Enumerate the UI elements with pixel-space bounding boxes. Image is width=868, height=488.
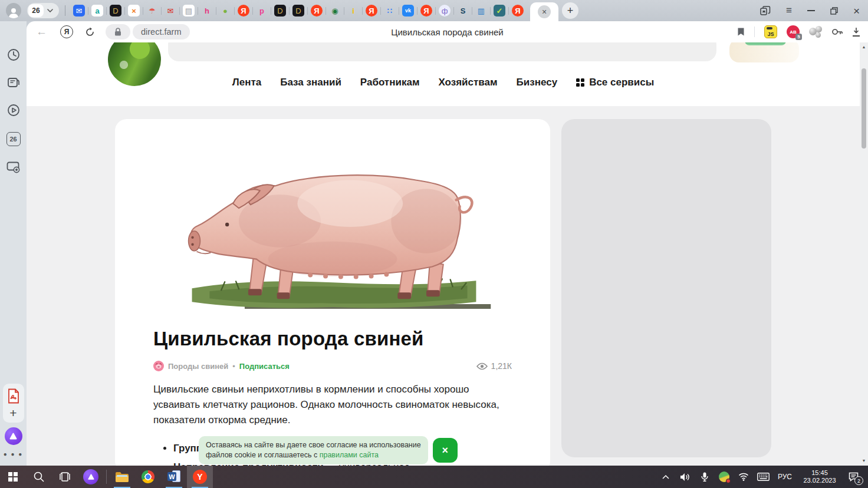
pinned-tab-divider [472, 7, 472, 15]
add-panel-icon[interactable]: + [9, 406, 17, 420]
start-button[interactable] [0, 466, 26, 488]
js-extension-icon[interactable]: JS [764, 25, 777, 38]
pinned-tab-divider [271, 7, 271, 15]
site-security-button[interactable] [106, 24, 130, 39]
taskbar-clock[interactable]: 15:45 23.02.2023 [799, 469, 840, 484]
pinned-tab-h-pink[interactable]: h [201, 5, 213, 17]
pinned-tab-book-blue[interactable]: ▥ [475, 5, 487, 17]
pinned-tab-check-teal[interactable]: ✓ [494, 5, 505, 17]
nav-business[interactable]: Бизнесу [517, 77, 558, 88]
clock-date: 23.02.2023 [803, 477, 836, 484]
nav-workers[interactable]: Работникам [360, 77, 420, 88]
new-tab-button[interactable]: + [562, 2, 578, 19]
scroll-up-icon[interactable]: ▲ [860, 42, 868, 52]
chrome-icon [142, 470, 154, 483]
wifi-icon[interactable] [736, 466, 751, 488]
video-icon[interactable] [7, 104, 20, 117]
orbs-extension-icon[interactable] [809, 25, 822, 38]
pinned-tab-eco-green[interactable]: ◉ [329, 5, 341, 17]
pinned-tab-doc[interactable]: ▤ [183, 5, 195, 17]
profile-avatar[interactable] [6, 3, 21, 18]
pinned-tab-umbrella[interactable]: ☂ [146, 5, 158, 17]
pinned-tab-shop-bag[interactable]: ● [219, 5, 231, 17]
pinned-tab-orange-burst[interactable]: × [128, 5, 140, 17]
taskbar-yandex-button[interactable]: Y [187, 466, 213, 488]
pinned-tab-phi-purple[interactable]: ф [439, 5, 451, 17]
taskbar-divider [106, 470, 107, 484]
pdf-icon[interactable] [7, 388, 20, 404]
cookie-close-button[interactable]: × [433, 438, 458, 463]
nav-lenta[interactable]: Лента [232, 77, 261, 88]
bookmark-icon[interactable] [737, 27, 745, 37]
page-scrollbar[interactable]: ▲ ▼ [860, 42, 868, 466]
pinned-tab-vk[interactable]: vk [402, 5, 414, 17]
scroll-down-icon[interactable]: ▼ [860, 456, 868, 466]
yandex-home-icon[interactable]: Я [60, 25, 73, 38]
site-rules-link[interactable]: правилами сайта [320, 451, 379, 459]
nav-knowledge-base[interactable]: База знаний [280, 77, 341, 88]
site-search-bar[interactable] [168, 42, 716, 61]
refresh-icon[interactable] [85, 27, 95, 37]
language-indicator[interactable]: РУС [775, 473, 795, 481]
taskbar-word-button[interactable]: W [161, 466, 187, 488]
eye-icon [476, 362, 488, 370]
pinned-tab-yandex-1[interactable]: Я [238, 5, 249, 17]
pinned-tab-yandex-2[interactable]: Я [311, 5, 323, 17]
alice-assistant-icon[interactable] [5, 427, 22, 445]
address-bar[interactable]: direct.farm [133, 24, 190, 39]
tray-expand-icon[interactable] [658, 466, 673, 488]
history-icon[interactable] [7, 48, 20, 61]
feed-icon[interactable] [7, 77, 20, 88]
pinned-tabs: ✉aD×☂✉▤h●ЯpDDЯ◉iЯ∷vkЯфS▥✓Я [71, 5, 525, 17]
taskbar-search-button[interactable] [26, 466, 52, 488]
pinned-tab-gold-d-1[interactable]: D [110, 5, 121, 17]
scrollbar-thumb[interactable] [862, 68, 866, 149]
close-tab-icon[interactable]: × [538, 5, 551, 18]
article-category[interactable]: Породы свиней [168, 362, 228, 371]
alice-icon [88, 474, 94, 480]
pinned-tab-gold-d-3[interactable]: D [292, 5, 304, 17]
touch-keyboard-icon[interactable] [755, 466, 771, 488]
restore-icon[interactable] [830, 7, 838, 15]
rail-more-icon[interactable]: ● ● ● [4, 451, 24, 457]
taskbar-explorer-button[interactable] [109, 466, 135, 488]
pinned-tab-yandex-3[interactable]: Я [366, 5, 377, 17]
active-tab[interactable]: × [530, 2, 558, 21]
taskbar-chrome-button[interactable] [135, 466, 161, 488]
antivirus-icon[interactable] [716, 466, 732, 488]
minimize-icon[interactable] [807, 10, 815, 11]
pinned-tab-s-navy[interactable]: S [457, 5, 469, 17]
close-window-icon[interactable]: × [853, 5, 860, 17]
pinned-tab-info-yellow[interactable]: i [347, 5, 359, 17]
tab-counter[interactable]: 26 [27, 3, 59, 18]
pinned-tab-mail[interactable]: ✉ [73, 5, 85, 17]
pinned-tab-p-pink[interactable]: p [256, 5, 268, 17]
volume-icon[interactable] [678, 466, 693, 488]
taskbar-alice-button[interactable] [78, 466, 104, 488]
task-view-button[interactable] [52, 466, 78, 488]
calendar-icon[interactable]: 26 [6, 132, 21, 146]
notification-center-button[interactable]: 2 [844, 466, 862, 488]
back-icon[interactable]: ← [36, 25, 47, 38]
screenshot-icon[interactable] [6, 161, 21, 173]
pinned-tab-gold-d-2[interactable]: D [274, 5, 286, 17]
pinned-tab-red-mail[interactable]: ✉ [165, 5, 176, 17]
pinned-tab-divider [216, 7, 216, 15]
promo-card[interactable] [729, 42, 799, 62]
file-explorer-icon [115, 471, 129, 483]
nav-all-services[interactable]: Все сервисы [576, 77, 654, 88]
pinned-tab-dots-multi[interactable]: ∷ [384, 5, 396, 17]
tab-panels-icon[interactable] [760, 6, 771, 15]
pinned-tab-yandex-5[interactable]: Я [512, 5, 524, 17]
subscribe-link[interactable]: Подписаться [239, 362, 290, 371]
pinned-tab-divider [362, 7, 363, 15]
pinned-tab-yandex-4[interactable]: Я [420, 5, 432, 17]
microphone-icon[interactable] [697, 466, 712, 488]
password-manager-icon[interactable] [831, 27, 843, 37]
adblock-extension-icon[interactable]: AB5 [787, 25, 800, 38]
browser-menu-icon[interactable]: ≡ [786, 5, 792, 17]
grid-icon [576, 78, 584, 87]
nav-farms[interactable]: Хозяйствам [438, 77, 497, 88]
pinned-tab-a-teal[interactable]: a [91, 5, 103, 17]
downloads-icon[interactable] [853, 28, 860, 37]
